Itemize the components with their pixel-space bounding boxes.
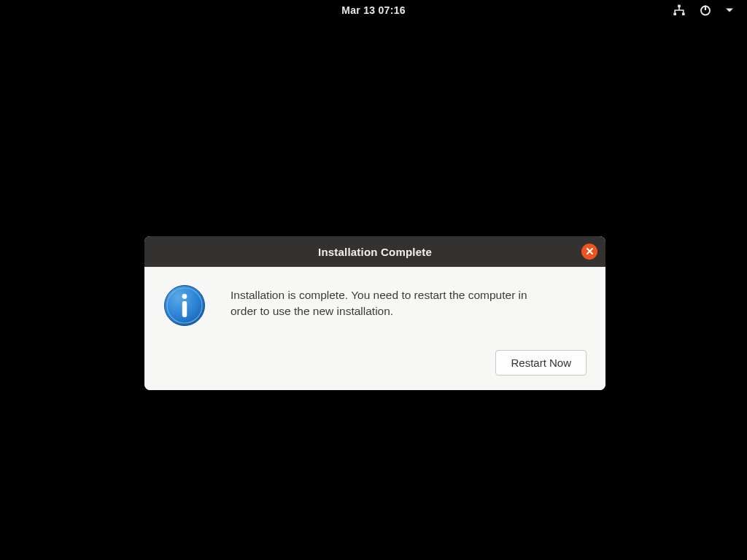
info-icon [163,284,206,330]
network-icon[interactable] [673,4,686,17]
svg-rect-8 [182,301,187,317]
close-button[interactable] [581,244,597,260]
dialog-body: Installation is complete. You need to re… [144,267,605,390]
svg-rect-2 [682,12,685,15]
dialog-title: Installation Complete [318,246,432,258]
panel-system-area[interactable] [673,4,734,17]
dialog-message: Installation is complete. You need to re… [231,284,544,319]
svg-rect-0 [678,5,681,8]
dialog-titlebar[interactable]: Installation Complete [144,236,605,267]
restart-now-button[interactable]: Restart Now [495,350,587,376]
svg-point-7 [182,294,187,299]
installation-complete-dialog: Installation Complete [144,236,605,390]
close-icon [586,245,594,258]
power-icon[interactable] [699,4,712,17]
panel-datetime[interactable]: Mar 13 07:16 [341,4,406,16]
svg-rect-1 [673,12,676,15]
top-panel: Mar 13 07:16 [0,0,747,20]
chevron-down-icon[interactable] [725,6,734,15]
